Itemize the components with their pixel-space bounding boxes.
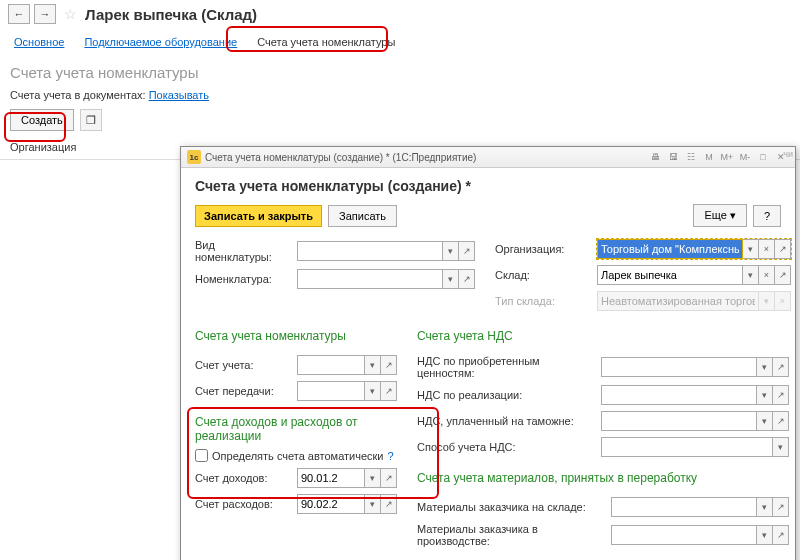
modal-window-title: Счета учета номенклатуры (создание) * (1… bbox=[205, 152, 643, 163]
section-subtitle: Счета учета номенклатуры bbox=[0, 56, 800, 85]
acct-dropdown-icon[interactable]: ▾ bbox=[365, 355, 381, 375]
trans-dropdown-icon[interactable]: ▾ bbox=[365, 381, 381, 401]
modal-dialog: 1c Счета учета номенклатуры (создание) *… bbox=[180, 146, 796, 560]
wh-label: Склад: bbox=[495, 269, 593, 281]
titlebar-mplus-icon[interactable]: M+ bbox=[719, 150, 735, 164]
expense-open-icon[interactable]: ↗ bbox=[381, 494, 397, 514]
wht-clear-icon: × bbox=[775, 291, 791, 311]
vat-method-label: Способ учета НДС: bbox=[417, 441, 597, 453]
org-input[interactable] bbox=[597, 239, 743, 259]
expense-input[interactable] bbox=[297, 494, 365, 514]
vat-sale-dropdown-icon[interactable]: ▾ bbox=[757, 385, 773, 405]
type-input[interactable] bbox=[297, 241, 443, 261]
income-input[interactable] bbox=[297, 468, 365, 488]
org-label: Организация: bbox=[495, 243, 593, 255]
wh-dropdown-icon[interactable]: ▾ bbox=[743, 265, 759, 285]
vat-sale-open-icon[interactable]: ↗ bbox=[773, 385, 789, 405]
income-label: Счет доходов: bbox=[195, 472, 293, 484]
wht-label: Тип склада: bbox=[495, 295, 593, 307]
vat-customs-label: НДС, уплаченный на таможне: bbox=[417, 415, 597, 427]
income-open-icon[interactable]: ↗ bbox=[381, 468, 397, 488]
sec-pr-title: Счета доходов и расходов от реализации bbox=[195, 415, 397, 443]
auto-accounts-checkbox[interactable] bbox=[195, 449, 208, 462]
save-and-close-button[interactable]: Записать и закрыть bbox=[195, 205, 322, 227]
mat-wh-input[interactable] bbox=[611, 497, 757, 517]
mat-wh-open-icon[interactable]: ↗ bbox=[773, 497, 789, 517]
mat-prod-open-icon[interactable]: ↗ bbox=[773, 525, 789, 545]
vat-customs-open-icon[interactable]: ↗ bbox=[773, 411, 789, 431]
tab-main[interactable]: Основное bbox=[10, 34, 68, 50]
tab-row: Основное Подключаемое оборудование Счета… bbox=[0, 28, 800, 56]
acct-open-icon[interactable]: ↗ bbox=[381, 355, 397, 375]
app-logo-icon: 1c bbox=[187, 150, 201, 164]
nom-open-icon[interactable]: ↗ bbox=[459, 269, 475, 289]
page-title: Ларек выпечка (Склад) bbox=[85, 6, 257, 23]
wht-dropdown-icon: ▾ bbox=[759, 291, 775, 311]
auto-accounts-label: Определять счета автоматически bbox=[212, 450, 384, 462]
modal-titlebar: 1c Счета учета номенклатуры (создание) *… bbox=[181, 147, 795, 168]
mat-prod-input[interactable] bbox=[611, 525, 757, 545]
save-button[interactable]: Записать bbox=[328, 205, 397, 227]
vat-purchase-dropdown-icon[interactable]: ▾ bbox=[757, 357, 773, 377]
copy-icon: ❐ bbox=[86, 114, 96, 127]
docs-label: Счета учета в документах: bbox=[10, 89, 146, 101]
tab-accounts[interactable]: Счета учета номенклатуры bbox=[253, 34, 399, 50]
vat-purchase-label: НДС по приобретенным ценностям: bbox=[417, 355, 597, 379]
modal-heading: Счета учета номенклатуры (создание) * bbox=[195, 178, 781, 194]
vat-customs-input[interactable] bbox=[601, 411, 757, 431]
nom-label: Номенклатура: bbox=[195, 273, 293, 285]
vat-purchase-input[interactable] bbox=[601, 357, 757, 377]
nav-back-button[interactable]: ← bbox=[8, 4, 30, 24]
nom-input[interactable] bbox=[297, 269, 443, 289]
titlebar-minimize-icon[interactable]: □ bbox=[755, 150, 771, 164]
tab-equipment[interactable]: Подключаемое оборудование bbox=[80, 34, 241, 50]
titlebar-mminus-icon[interactable]: M- bbox=[737, 150, 753, 164]
titlebar-save-icon[interactable]: 🖫 bbox=[665, 150, 681, 164]
truncated-text: чи bbox=[783, 149, 793, 159]
vat-method-dropdown-icon[interactable]: ▾ bbox=[773, 437, 789, 457]
org-clear-icon[interactable]: × bbox=[759, 239, 775, 259]
sec-vat-title: Счета учета НДС bbox=[417, 329, 789, 343]
favorite-star-icon[interactable]: ☆ bbox=[64, 6, 77, 22]
titlebar-m-icon[interactable]: M bbox=[701, 150, 717, 164]
mat-wh-label: Материалы заказчика на складе: bbox=[417, 501, 607, 513]
trans-open-icon[interactable]: ↗ bbox=[381, 381, 397, 401]
mat-prod-label: Материалы заказчика в производстве: bbox=[417, 523, 607, 547]
create-button[interactable]: Создать bbox=[10, 109, 74, 131]
help-button[interactable]: ? bbox=[753, 205, 781, 227]
auto-accounts-help-icon[interactable]: ? bbox=[388, 450, 394, 462]
trans-label: Счет передачи: bbox=[195, 385, 293, 397]
vat-customs-dropdown-icon[interactable]: ▾ bbox=[757, 411, 773, 431]
org-open-icon[interactable]: ↗ bbox=[775, 239, 791, 259]
nav-forward-button[interactable]: → bbox=[34, 4, 56, 24]
vat-purchase-open-icon[interactable]: ↗ bbox=[773, 357, 789, 377]
wh-input[interactable] bbox=[597, 265, 743, 285]
titlebar-calc-icon[interactable]: ☷ bbox=[683, 150, 699, 164]
vat-sale-input[interactable] bbox=[601, 385, 757, 405]
acct-label: Счет учета: bbox=[195, 359, 293, 371]
copy-icon-button[interactable]: ❐ bbox=[80, 109, 102, 131]
type-open-icon[interactable]: ↗ bbox=[459, 241, 475, 261]
type-label: Вид номенклатуры: bbox=[195, 239, 293, 263]
titlebar-print-icon[interactable]: 🖶 bbox=[647, 150, 663, 164]
wh-clear-icon[interactable]: × bbox=[759, 265, 775, 285]
mat-prod-dropdown-icon[interactable]: ▾ bbox=[757, 525, 773, 545]
expense-dropdown-icon[interactable]: ▾ bbox=[365, 494, 381, 514]
income-dropdown-icon[interactable]: ▾ bbox=[365, 468, 381, 488]
nom-dropdown-icon[interactable]: ▾ bbox=[443, 269, 459, 289]
trans-input[interactable] bbox=[297, 381, 365, 401]
acct-input[interactable] bbox=[297, 355, 365, 375]
sec-accounts-title: Счета учета номенклатуры bbox=[195, 329, 397, 343]
wh-open-icon[interactable]: ↗ bbox=[775, 265, 791, 285]
sec-mat-title: Счета учета материалов, принятых в перер… bbox=[417, 471, 789, 485]
org-dropdown-icon[interactable]: ▾ bbox=[743, 239, 759, 259]
expense-label: Счет расходов: bbox=[195, 498, 293, 510]
mat-wh-dropdown-icon[interactable]: ▾ bbox=[757, 497, 773, 517]
more-button[interactable]: Еще ▾ bbox=[693, 204, 746, 227]
wht-input bbox=[597, 291, 759, 311]
vat-method-input[interactable] bbox=[601, 437, 773, 457]
vat-sale-label: НДС по реализации: bbox=[417, 389, 597, 401]
docs-show-link[interactable]: Показывать bbox=[149, 89, 209, 101]
type-dropdown-icon[interactable]: ▾ bbox=[443, 241, 459, 261]
